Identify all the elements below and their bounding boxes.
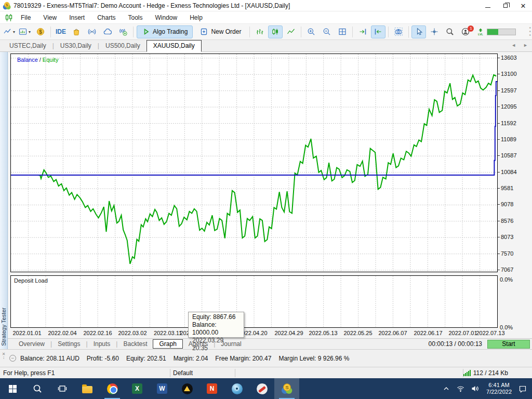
taskbar-ccleaner-icon[interactable] — [249, 378, 274, 399]
screenshot-button[interactable] — [391, 25, 406, 38]
community-button[interactable]: 1 — [458, 25, 473, 38]
y-axis-label: 9581 — [501, 185, 513, 191]
y-axis-label: 10587 — [501, 152, 517, 158]
graph-legend: Balance/Equity — [17, 57, 58, 63]
signals-button[interactable] — [85, 25, 99, 38]
levels-indicator[interactable]: LVL — [474, 25, 518, 38]
chart-tab-ustec[interactable]: USTEC,Daily — [3, 41, 52, 51]
graph-tooltip: Equity: 8867.66 Balance: 10000.00 2022.0… — [188, 312, 244, 338]
menu-item-tools[interactable]: Tools — [122, 12, 149, 23]
wifi-icon[interactable] — [457, 385, 464, 392]
trade-status-bar: ✕⁞ − Balance: 208.11 AUDProfit: -5.60Equ… — [0, 349, 532, 367]
candles-icon — [3, 14, 15, 22]
strategy-tester-side-tab[interactable]: Strategy Tester — [0, 52, 8, 349]
taskbar-file-explorer-icon[interactable] — [75, 378, 100, 399]
status-profile[interactable]: Default — [170, 369, 235, 377]
menu-item-window[interactable]: Window — [149, 12, 184, 23]
toolbar-separator — [133, 26, 134, 37]
tester-tab-graph[interactable]: Graph — [153, 339, 182, 349]
new-chart-button[interactable]: ▼ — [2, 25, 17, 38]
tester-tab-inputs[interactable]: Inputs — [88, 339, 116, 349]
taskbar-excel-icon[interactable]: X — [125, 378, 150, 399]
collapse-icon[interactable]: − — [9, 355, 16, 362]
line-chart-button[interactable] — [284, 25, 298, 38]
app-icon: S — [3, 2, 11, 10]
tabs-scroll-right-icon[interactable]: ► — [523, 43, 528, 48]
taskbar-webcam-icon[interactable] — [224, 378, 249, 399]
candle-chart-button[interactable] — [268, 25, 283, 38]
menu-item-file[interactable]: File — [15, 12, 37, 23]
restore-button[interactable] — [497, 0, 514, 11]
menu-item-insert[interactable]: Insert — [63, 12, 91, 23]
market-button[interactable] — [69, 25, 84, 38]
dropdown-caret-icon[interactable]: ▼ — [12, 30, 16, 34]
taskbar-search-icon[interactable] — [25, 378, 50, 399]
finance-button[interactable]: $ — [33, 25, 48, 38]
menu-item-charts[interactable]: Charts — [91, 12, 122, 23]
zoom-out-icon — [323, 28, 331, 36]
shift-end-right-button[interactable] — [355, 25, 370, 38]
y-axis-label: 12095 — [501, 103, 517, 110]
y-axis-label: 8576 — [501, 218, 513, 224]
action-center-icon[interactable] — [518, 385, 527, 393]
trade-status-margin: Margin: 2.04 — [174, 355, 208, 362]
balance-equity-graph[interactable]: Balance/Equity — [10, 54, 498, 272]
close-button[interactable]: ✕ — [514, 0, 532, 11]
taskbar-nitro-pdf-icon[interactable]: N — [200, 378, 224, 399]
crosshair-button[interactable] — [427, 25, 442, 38]
tabs-scroll-left-icon[interactable]: ◄ — [511, 43, 516, 48]
taskbar-chrome-icon[interactable] — [100, 378, 125, 399]
chart-profile-button[interactable]: ▼ — [18, 25, 32, 38]
toolbar-handle[interactable]: ✕⁞ — [0, 351, 7, 366]
app-icon: S — [3, 2, 11, 10]
y-axis-label: 11089 — [501, 136, 516, 142]
taskbar-start-icon[interactable] — [0, 378, 25, 399]
y-axis-label: 7067 — [501, 267, 513, 273]
chart-tab-xauusd[interactable]: XAUUSD,Daily — [147, 40, 202, 52]
trade-status-margin-level: Margin Level: 9 926.96 % — [278, 355, 349, 362]
new-order-button[interactable]: New Order — [195, 25, 246, 38]
zoom-out-button[interactable] — [320, 25, 334, 38]
ide-button[interactable]: IDE — [54, 25, 68, 38]
menu-item-view[interactable]: View — [37, 12, 63, 23]
title-bar: S 78019329 - Exness-MT5Trial7: Demo Acco… — [0, 0, 532, 11]
tester-tab-backtest[interactable]: Backtest — [117, 339, 153, 349]
toolbar-overflow-dots[interactable]: ••• — [529, 26, 531, 37]
taskbar-daemon-tools-icon[interactable] — [175, 378, 200, 399]
status-help-text: For Help, press F1 — [0, 369, 170, 377]
menu-item-help[interactable]: Help — [183, 12, 209, 23]
tester-tab-overview[interactable]: Overview — [13, 339, 50, 349]
window-title: 78019329 - Exness-MT5Trial7: Demo Accoun… — [14, 2, 290, 9]
vps-button[interactable] — [116, 25, 130, 38]
chart-tab-us30[interactable]: US30,Daily — [54, 41, 98, 51]
tester-tab-settings[interactable]: Settings — [52, 339, 86, 349]
tooltip-balance: Balance: 10000.00 — [192, 321, 240, 337]
taskbar-metatrader5-icon[interactable]: S — [274, 378, 299, 399]
taskbar-task-view-icon[interactable] — [50, 378, 75, 399]
shift-end-left-icon — [374, 28, 382, 36]
cloud-button[interactable] — [100, 25, 115, 38]
y-axis-label: 8073 — [501, 234, 513, 240]
windows-taskbar: XWNS 6:41 AM 7/22/2022 — [0, 378, 532, 399]
legend-balance: Balance — [17, 57, 38, 63]
chart-tab-us500[interactable]: US500,Daily — [99, 41, 147, 51]
deposit-load-panel[interactable]: Deposit Load — [10, 275, 498, 328]
bar-chart-button[interactable] — [252, 25, 267, 38]
algo-trading-button[interactable]: Algo Trading — [137, 25, 193, 38]
taskbar-clock[interactable]: 6:41 AM 7/22/2022 — [486, 382, 512, 395]
tooltip-equity: Equity: 8867.66 — [192, 313, 240, 321]
svg-text:$: $ — [39, 29, 42, 35]
minimize-button[interactable] — [479, 0, 497, 11]
tile-windows-button[interactable] — [335, 25, 350, 38]
search-button[interactable] — [443, 25, 457, 38]
dropdown-caret-icon[interactable]: ▼ — [28, 30, 32, 34]
start-button[interactable]: Start — [487, 340, 530, 349]
volume-icon[interactable] — [471, 385, 480, 392]
y-axis-label: 12597 — [501, 87, 517, 94]
taskbar-word-icon[interactable]: W — [150, 378, 175, 399]
zoom-in-button[interactable] — [304, 25, 318, 38]
trade-status-profit: Profit: -5.60 — [87, 355, 119, 362]
tray-chevron-icon[interactable] — [443, 385, 450, 392]
shift-end-left-button[interactable] — [371, 25, 385, 38]
cursor-button[interactable] — [411, 25, 426, 38]
